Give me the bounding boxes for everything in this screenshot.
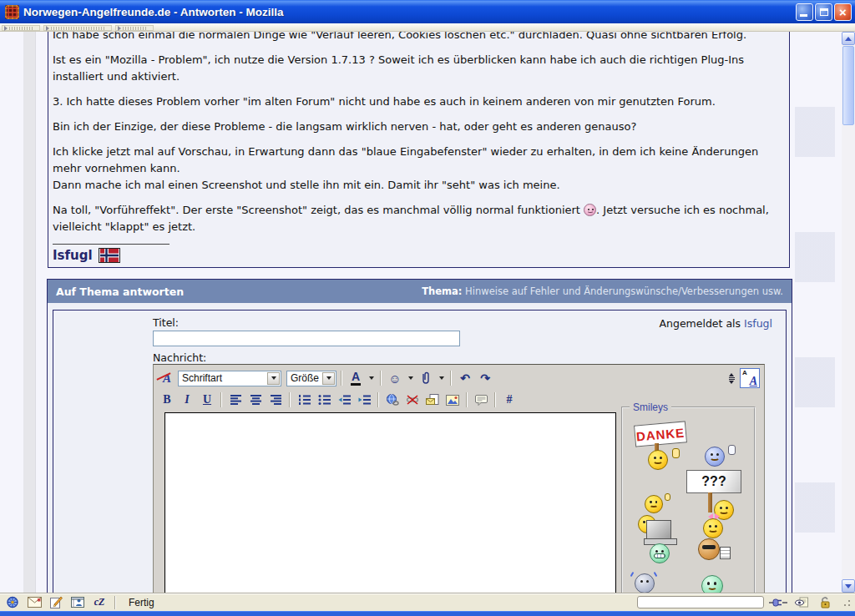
bow-girl-smiley[interactable] bbox=[701, 513, 731, 540]
toolbar-spinner[interactable] bbox=[729, 373, 735, 384]
thumbs-up-smiley[interactable] bbox=[705, 445, 741, 472]
font-color-icon: A bbox=[351, 371, 361, 386]
indent-button[interactable] bbox=[355, 391, 373, 408]
crying-smiley[interactable] bbox=[631, 570, 660, 592]
behind-computer-smiley[interactable] bbox=[638, 515, 675, 545]
smiley-face bbox=[703, 518, 723, 538]
thumb-up bbox=[672, 448, 680, 458]
insert-smiley-button[interactable]: ☺ bbox=[386, 370, 404, 386]
grippy-dots bbox=[9, 27, 34, 30]
small-a-icon: A bbox=[742, 369, 747, 376]
menu-toolbar-grippy[interactable] bbox=[2, 25, 40, 31]
post-paragraph: Ich habe schon einmal die normalen Dinge… bbox=[53, 32, 781, 43]
progress-meter bbox=[637, 596, 764, 608]
quote-bubble-icon bbox=[475, 395, 488, 406]
tear-drop bbox=[654, 572, 658, 577]
align-center-button[interactable] bbox=[246, 391, 265, 408]
restore-button[interactable] bbox=[815, 3, 832, 21]
smiley-face bbox=[698, 538, 720, 560]
smiley-face bbox=[705, 447, 725, 467]
composer-component-button[interactable] bbox=[47, 595, 65, 609]
insert-email-button[interactable] bbox=[423, 391, 442, 408]
addressbook-component-button[interactable] bbox=[68, 595, 87, 609]
offline-toggle-button[interactable] bbox=[769, 595, 787, 609]
scroll-up-button[interactable] bbox=[842, 32, 855, 45]
font-size-select[interactable]: Größe bbox=[286, 371, 336, 386]
signature-username[interactable]: Isfugl bbox=[53, 248, 93, 263]
smiley-face bbox=[650, 543, 670, 563]
smiley-mouth bbox=[653, 457, 662, 463]
remove-format-button[interactable]: A bbox=[158, 370, 176, 386]
attachment-dropdown[interactable] bbox=[437, 371, 446, 385]
waving-hand bbox=[665, 493, 670, 501]
scroll-down-button[interactable] bbox=[842, 579, 855, 593]
separator bbox=[450, 371, 452, 386]
font-color-button[interactable]: A bbox=[347, 370, 365, 386]
scrollbar-thumb[interactable] bbox=[842, 46, 854, 125]
smiley-eye bbox=[643, 521, 645, 523]
editor-toolbar-top: A Schriftart Größe A ☺ ↶ ↷ AA bbox=[158, 368, 760, 388]
indent-icon bbox=[358, 395, 371, 405]
newspaper bbox=[720, 547, 731, 559]
separator bbox=[494, 392, 496, 407]
insert-hash-button[interactable]: # bbox=[500, 391, 519, 408]
numbered-list-button[interactable] bbox=[295, 391, 313, 408]
font-color-dropdown[interactable] bbox=[367, 371, 376, 385]
undo-icon: ↶ bbox=[460, 371, 470, 385]
editor-mode-toggle-button[interactable]: AA bbox=[740, 368, 760, 388]
privacy-eye-icon bbox=[795, 597, 808, 608]
titlebar: Norwegen-Angelfreunde.de - Antworten - M… bbox=[0, 0, 855, 23]
bullet-list-button[interactable] bbox=[315, 391, 333, 408]
privacy-indicator-button[interactable] bbox=[792, 595, 811, 609]
undo-button[interactable]: ↶ bbox=[456, 370, 474, 386]
redo-button[interactable]: ↷ bbox=[476, 370, 494, 386]
username-link[interactable]: Isfugl bbox=[744, 317, 772, 330]
mail-icon bbox=[28, 597, 42, 608]
dropdown-arrow-icon[interactable] bbox=[267, 372, 280, 385]
font-family-select[interactable]: Schriftart bbox=[178, 371, 281, 386]
arrow-up-icon bbox=[845, 37, 852, 41]
paperclip-icon bbox=[422, 371, 430, 385]
dropdown-arrow-icon[interactable] bbox=[322, 372, 335, 385]
personal-toolbar-grippy[interactable] bbox=[115, 25, 154, 31]
laughing-smiley[interactable] bbox=[701, 575, 725, 593]
smiley-dropdown[interactable] bbox=[406, 371, 415, 385]
separator bbox=[289, 392, 291, 407]
align-right-button[interactable] bbox=[266, 391, 285, 408]
mail-component-button[interactable] bbox=[25, 595, 43, 609]
waving-smiley[interactable] bbox=[645, 493, 673, 517]
thema-value: Hinweise auf Fehler und Änderungswünsche… bbox=[462, 285, 783, 297]
expand-arrow-icon bbox=[46, 26, 49, 31]
security-lock-button[interactable] bbox=[816, 595, 834, 609]
window-resize-grip[interactable] bbox=[841, 597, 852, 608]
smiley-icon: ☺ bbox=[388, 371, 401, 386]
titel-input[interactable] bbox=[153, 331, 460, 346]
post-text: Na toll, "Vorführeffekt". Der erste "Scr… bbox=[53, 204, 584, 216]
minimize-button[interactable] bbox=[796, 3, 813, 21]
remove-link-button[interactable] bbox=[403, 391, 422, 408]
navigator-component-button[interactable] bbox=[3, 595, 22, 609]
close-button[interactable]: × bbox=[834, 3, 852, 21]
minimize-icon bbox=[800, 14, 807, 17]
signature-separator bbox=[53, 244, 169, 245]
insert-quote-button[interactable] bbox=[472, 391, 490, 408]
underline-button[interactable]: U bbox=[198, 391, 216, 408]
outdent-button[interactable] bbox=[335, 391, 353, 408]
danke-sign-smiley[interactable]: DANKE bbox=[633, 423, 691, 472]
italic-button[interactable]: I bbox=[178, 391, 196, 408]
insert-link-button[interactable] bbox=[383, 391, 402, 408]
grinning-smiley[interactable] bbox=[650, 543, 671, 565]
insert-image-button[interactable] bbox=[443, 391, 462, 408]
chatzilla-component-button[interactable]: cZ bbox=[90, 595, 109, 609]
align-right-icon bbox=[271, 395, 281, 405]
background-watermark bbox=[795, 32, 835, 593]
attachment-button[interactable] bbox=[417, 370, 435, 386]
computer-monitor bbox=[646, 520, 671, 540]
post-paragraph: 3. Ich hatte dieses Problem vorher "im a… bbox=[53, 93, 781, 110]
navigation-toolbar-grippy[interactable] bbox=[43, 25, 112, 31]
message-editor-area[interactable] bbox=[164, 412, 616, 593]
align-left-button[interactable] bbox=[226, 391, 245, 408]
reading-smiley[interactable] bbox=[698, 538, 735, 570]
vertical-scrollbar[interactable] bbox=[842, 32, 855, 593]
bold-button[interactable]: B bbox=[158, 391, 176, 408]
